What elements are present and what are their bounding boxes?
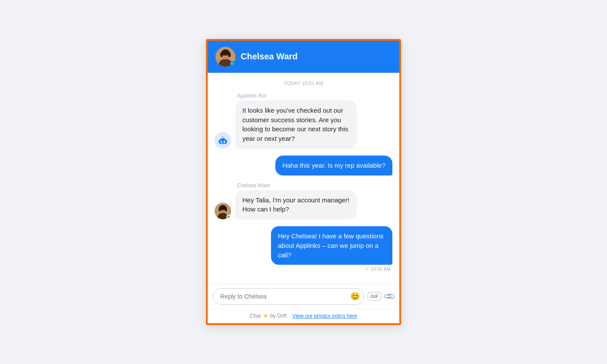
outgoing-bubble-2: Hey Chelsea! I have a few questions abou… (271, 226, 392, 265)
checkmark-icon: ✓ (365, 266, 369, 272)
outgoing-msg-1-row: Haha this year. Is my rep available? (215, 156, 392, 176)
outgoing-msg-1-group: Haha this year. Is my rep available? (215, 156, 392, 176)
outgoing-msg-2-group: Hey Chelsea! I have a few questions abou… (215, 226, 392, 272)
input-area: 😊 GIF 📎 (208, 283, 399, 309)
reply-input[interactable] (213, 288, 364, 305)
bot-avatar (215, 132, 231, 149)
chelsea-msg-row: Hey Talia, I'm your account manager! How… (215, 190, 392, 220)
reply-input-wrapper: 😊 (213, 288, 364, 305)
emoji-button[interactable]: 😊 (350, 292, 360, 300)
svg-point-25 (221, 210, 222, 211)
svg-point-6 (228, 52, 231, 57)
svg-rect-18 (226, 140, 227, 143)
svg-rect-16 (223, 143, 225, 144)
svg-point-23 (225, 207, 227, 211)
header-contact-name: Chelsea Ward (241, 52, 298, 62)
chat-footer: Chat ⚡ by Drift View our privacy policy … (208, 309, 399, 323)
gif-button[interactable]: GIF (368, 292, 381, 301)
svg-point-13 (221, 141, 222, 143)
chat-header: Chelsea Ward (208, 41, 399, 73)
bot-bubble: It looks like you've checked out our cus… (235, 101, 357, 149)
svg-rect-17 (219, 140, 219, 143)
header-avatar-wrap (215, 47, 235, 67)
bot-message-group: Applinks Bot (215, 93, 392, 149)
outgoing-bubble-1: Haha this year. Is my rep available? (275, 156, 392, 176)
footer-by-text: by Drift (269, 313, 287, 319)
svg-point-14 (224, 141, 225, 143)
chat-window: Chelsea Ward TODAY 10:01 AM Applinks Bot (206, 39, 401, 325)
footer-bolt: ⚡ (262, 313, 269, 319)
last-message-time: ✓ 10:06 AM (215, 266, 391, 272)
outgoing-msg-2-row: Hey Chelsea! I have a few questions abou… (215, 226, 392, 265)
privacy-policy-link[interactable]: View our privacy policy here (293, 313, 357, 319)
chelsea-avatar-wrap (215, 203, 231, 219)
svg-rect-15 (221, 143, 222, 144)
bot-sender-label: Applinks Bot (237, 93, 392, 99)
svg-point-8 (226, 55, 227, 56)
chelsea-sender-label: Chelsea Ward (237, 182, 392, 188)
svg-point-7 (223, 55, 224, 56)
messages-area: TODAY 10:01 AM Applinks Bot (208, 73, 399, 284)
chelsea-bubble: Hey Talia, I'm your account manager! How… (235, 190, 357, 220)
svg-point-22 (219, 207, 221, 211)
timestamp-divider: TODAY 10:01 AM (215, 81, 392, 86)
svg-point-26 (224, 210, 225, 211)
footer-pre-text: Chat (250, 313, 262, 319)
chelsea-message-group: Chelsea Ward (215, 182, 392, 220)
chelsea-online-dot (226, 214, 231, 219)
svg-point-5 (220, 52, 223, 57)
attach-button[interactable]: 📎 (383, 290, 395, 302)
bot-msg-row: It looks like you've checked out our cus… (215, 101, 392, 149)
bot-avatar-wrap (215, 132, 231, 149)
header-online-dot (230, 61, 235, 66)
